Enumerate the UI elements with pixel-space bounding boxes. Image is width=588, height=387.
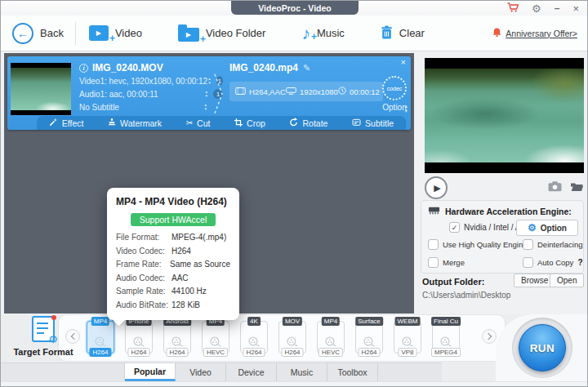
info-icon[interactable]: i [79,64,88,73]
tab-strip-filler [1,363,125,381]
offer-label: Anniversary Offer> [506,29,577,38]
cut-scissors-icon: ✂ [186,119,193,127]
format-chip-mp4-hevc[interactable]: MP4 HEVC [199,318,232,358]
track-spinner-icon[interactable]: ▲▼ [205,90,208,98]
format-chip-mov-h264[interactable]: MOV H264 [276,318,309,358]
format-chip-mp4-hevc-2[interactable]: MP4 HEVC [314,318,347,358]
cut-button[interactable]: ✂ Cut [186,118,211,128]
output-info: IMG_0240.mp4 ✎ H264,AAC 1920x1080 00:00:… [229,61,383,101]
subtitle-track-label: No Subtitle [79,103,204,112]
edit-toolbar: Effect Watermark ✂ Cut Crop Rotate [37,116,406,130]
tooltip-value: 44100 Hz [172,287,207,296]
hw-option-button[interactable]: ⚙ Option [516,220,578,236]
merge-checkbox[interactable] [428,257,439,268]
scroll-left-button[interactable] [65,329,80,344]
toolbar-divider [75,22,76,45]
resolution-icon [286,87,296,96]
tab-video[interactable]: Video [176,363,226,381]
watermark-button[interactable]: Watermark [108,118,162,128]
anniversary-offer-link[interactable]: Anniversary Offer> [492,27,577,39]
crop-button[interactable]: Crop [234,118,265,128]
format-chip-4k-h264[interactable]: 4K H264 [238,318,270,358]
hw-title-label: Hardware Acceleration Engine: [445,207,572,216]
add-folder-icon: ▶+ [178,28,199,42]
tooltip-title: MP4 - MP4 Video (H264) [116,196,230,207]
auto-copy-checkbox[interactable] [523,257,533,268]
rotate-button[interactable]: Rotate [289,118,327,128]
tooltip-value: 128 KiB [172,300,200,309]
rename-pencil-icon[interactable]: ✎ [303,63,310,73]
target-format-icon: ⚙ [32,316,55,342]
tooltip-label: Audio BitRate: [116,300,172,309]
clip-card: i IMG_0240.MOV Video1: hevc, 1920x1080, … [7,56,411,130]
tooltip-label: Video Codec: [116,247,172,256]
audio-track-label: Audio1: aac, 00:00:11 [79,90,205,99]
format-tooltip: MP4 - MP4 Video (H264) Support HWAccel F… [107,188,239,320]
hw-option-label: Option [541,224,567,233]
clear-label: Clear [399,27,425,39]
target-format-label: Target Format [9,347,78,357]
add-video-folder-button[interactable]: ▶+ Video Folder [178,24,265,42]
tab-device[interactable]: Device [226,363,277,381]
remove-clip-icon[interactable]: × [401,57,406,67]
subtitle-button[interactable]: Subtitle [352,118,394,128]
format-chip-finalcut-mpeg4[interactable]: Final Cu MPEG4 [430,318,462,358]
video-preview [425,58,584,173]
add-music-button[interactable]: ♪+ Music [301,25,344,42]
tooltip-value: H264 [172,247,191,256]
option-gear-icon: ⚙ [528,223,537,233]
high-quality-label: Use High Quality Engine [443,240,528,249]
scroll-right-button[interactable] [482,329,497,344]
format-chip-webm-vp8[interactable]: WEBM VP8 [391,318,424,358]
format-chip-list: MP4 H264 ⚙ iPhone H264 Android H264 MP4 … [84,318,462,358]
window-title: VideoProc - Video [231,1,359,15]
play-button[interactable]: ▶ [425,176,448,199]
codec-gear-icon: codec [382,76,407,100]
clear-button[interactable]: Clear [381,25,425,42]
chevron-right-icon [485,333,492,340]
back-button[interactable]: ← Back [12,23,64,44]
settings-gear-icon[interactable]: ⚙ [532,3,541,14]
format-chip-surface-h264[interactable]: Surface H264 [353,318,385,358]
add-video-button[interactable]: ▶+ Video [89,25,142,41]
minimize-icon[interactable]: – [555,3,560,13]
reorder-arrows-icon[interactable]: ▲▼ [404,104,408,113]
track-spinner-icon[interactable]: ▲▼ [207,77,211,85]
high-quality-checkbox[interactable] [428,239,439,250]
chevron-left-icon [71,333,78,340]
tab-popular[interactable]: Popular [125,363,176,381]
deinterlacing-checkbox[interactable] [523,239,533,250]
clock-icon [338,87,346,96]
source-filename: IMG_0240.MOV [92,62,163,73]
target-gear-icon: ⚙ [48,334,58,345]
open-folder-icon[interactable] [570,180,584,195]
tab-music[interactable]: Music [277,363,327,381]
tooltip-value: AAC [172,274,189,282]
format-chip-mp4-h264[interactable]: MP4 H264 ⚙ [84,318,117,358]
audio-track-row: Audio1: aac, 00:00:11 ▲▼ 1 [79,87,223,100]
tooltip-value: Same as Source [170,260,230,269]
preview-frame [425,69,584,162]
open-button[interactable]: Open [550,274,584,287]
cart-icon[interactable] [507,2,519,14]
tab-toolbox[interactable]: Toolbox [327,363,378,381]
subtitle-track-row: No Subtitle ▲▼ [79,100,223,113]
hw-accel-checkbox[interactable]: ✓ [449,222,460,233]
output-resolution: 1920x1080 [300,87,338,96]
video-track-label: Video1: hevc, 1920x1080, 00:00:12 [79,77,207,86]
auto-copy-help-icon[interactable]: ? [577,258,582,267]
trash-icon [381,25,393,42]
hwaccel-badge: Support HWAccel [131,213,216,226]
snapshot-camera-icon[interactable] [548,180,562,195]
output-codecs: H264,AAC [249,87,286,96]
close-icon[interactable]: × [572,3,579,14]
format-chip-android-h264[interactable]: Android H264 [161,318,194,358]
track-spinner-icon[interactable]: ▲▼ [204,103,207,111]
format-chip-iphone-h264[interactable]: iPhone H264 [122,318,155,358]
effect-button[interactable]: Effect [49,118,84,128]
output-summary-strip: H264,AAC 1920x1080 00:00:12 [229,82,383,101]
chip-icon [428,207,440,216]
run-button[interactable]: RUN [519,324,566,371]
add-folder-label: Video Folder [206,27,265,39]
app-window: VideoProc - Video ⚙ – × ← Back ▶+ Video … [0,0,588,387]
